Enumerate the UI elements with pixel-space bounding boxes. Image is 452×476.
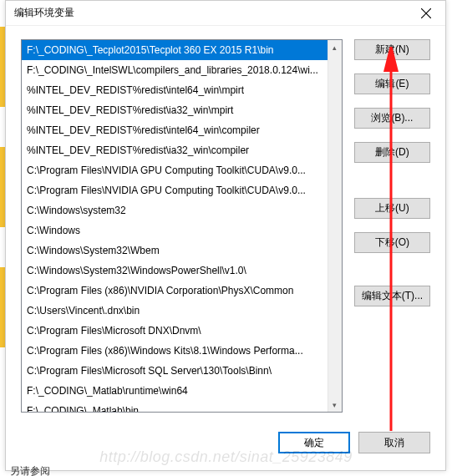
- list-item[interactable]: %INTEL_DEV_REDIST%redist\ia32_win\mpirt: [22, 100, 331, 120]
- list-item[interactable]: C:\Windows\System32\WindowsPowerShell\v1…: [22, 261, 331, 281]
- new-button[interactable]: 新建(N): [354, 39, 430, 60]
- close-button[interactable]: [407, 1, 445, 26]
- dialog-title: 编辑环境变量: [14, 6, 74, 20]
- list-item[interactable]: C:\Windows\System32\Wbem: [22, 241, 331, 261]
- list-item[interactable]: %INTEL_DEV_REDIST%redist\ia32_win\compil…: [22, 140, 331, 160]
- list-item[interactable]: C:\Program Files (x86)\NVIDIA Corporatio…: [22, 281, 331, 301]
- list-item[interactable]: %INTEL_DEV_REDIST%redist\intel64_win\com…: [22, 120, 331, 140]
- list-item[interactable]: C:\Program Files\NVIDIA GPU Computing To…: [22, 160, 331, 180]
- edit-env-dialog: 编辑环境变量 F:\_CODING\_Tecplot2015\Tecplot 3…: [5, 0, 446, 471]
- list-inner: F:\_CODING\_Tecplot2015\Tecplot 360 EX 2…: [22, 40, 331, 412]
- list-item[interactable]: C:\Program Files\Microsoft SQL Server\13…: [22, 361, 331, 381]
- dialog-footer: 确定 取消: [278, 432, 430, 453]
- list-item[interactable]: C:\Program Files\NVIDIA GPU Computing To…: [22, 180, 331, 200]
- list-item[interactable]: F:\_CODING\_Matlab\runtime\win64: [22, 381, 331, 401]
- list-item[interactable]: C:\Windows\system32: [22, 200, 331, 220]
- delete-button[interactable]: 删除(D): [354, 142, 430, 163]
- scroll-down-icon[interactable]: ▾: [328, 398, 342, 412]
- move-up-button[interactable]: 上移(U): [354, 198, 430, 219]
- list-item[interactable]: F:\_CODING\_Matlab\bin: [22, 401, 331, 412]
- list-item[interactable]: C:\Users\Vincent\.dnx\bin: [22, 301, 331, 321]
- scroll-up-icon[interactable]: ▴: [328, 40, 342, 54]
- button-column: 新建(N) 编辑(E) 浏览(B)... 删除(D) 上移(U) 下移(O) 编…: [354, 39, 430, 413]
- close-icon: [421, 8, 431, 18]
- list-item[interactable]: C:\Program Files\Microsoft DNX\Dnvm\: [22, 321, 331, 341]
- bottom-hint: 另请参阅: [10, 464, 50, 476]
- list-item[interactable]: F:\_CODING\_IntelSWL\compilers_and_libra…: [22, 60, 331, 80]
- list-item[interactable]: C:\Windows: [22, 220, 331, 241]
- path-listbox[interactable]: F:\_CODING\_Tecplot2015\Tecplot 360 EX 2…: [21, 39, 343, 413]
- scroll-track[interactable]: [328, 54, 342, 398]
- vertical-scrollbar[interactable]: ▴ ▾: [328, 40, 342, 412]
- cancel-button[interactable]: 取消: [358, 432, 430, 453]
- titlebar: 编辑环境变量: [6, 1, 445, 26]
- ok-button[interactable]: 确定: [278, 432, 350, 453]
- edit-button[interactable]: 编辑(E): [354, 73, 430, 94]
- edit-text-button[interactable]: 编辑文本(T)...: [354, 286, 430, 306]
- list-item[interactable]: C:\Program Files (x86)\Windows Kits\8.1\…: [22, 341, 331, 361]
- list-item[interactable]: %INTEL_DEV_REDIST%redist\intel64_win\mpi…: [22, 80, 331, 100]
- move-down-button[interactable]: 下移(O): [354, 232, 430, 253]
- browse-button[interactable]: 浏览(B)...: [354, 108, 430, 129]
- list-item[interactable]: F:\_CODING\_Tecplot2015\Tecplot 360 EX 2…: [22, 40, 331, 60]
- dialog-content: F:\_CODING\_Tecplot2015\Tecplot 360 EX 2…: [6, 26, 445, 413]
